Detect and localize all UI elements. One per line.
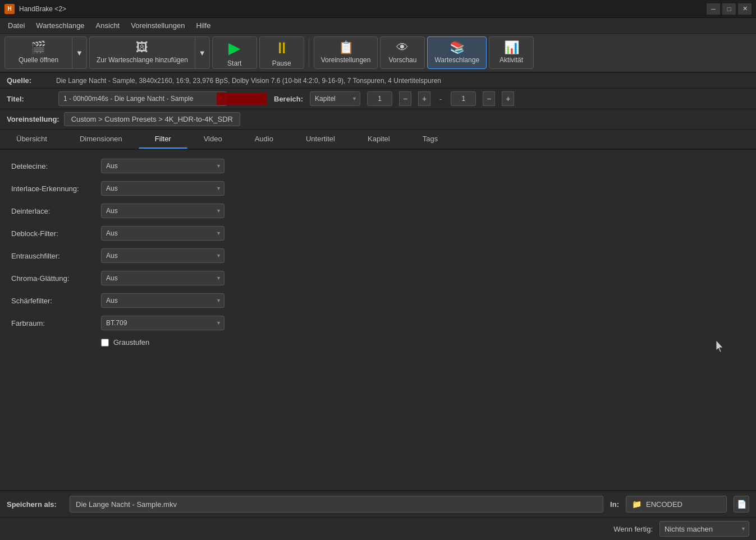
wenn-select[interactable]: Nichts machen Herunterfahren Ruhezustand…	[659, 521, 749, 537]
tab-tags[interactable]: Tags	[406, 130, 454, 149]
schaerfe-label: Schärfefilter:	[11, 297, 101, 305]
entrausch-select-wrap: Aus	[101, 248, 224, 263]
titlebar: H HandBrake <2> ─ □ ✕	[0, 0, 756, 18]
tab-audio[interactable]: Audio	[239, 130, 290, 149]
image-plus-icon: 🖼	[136, 41, 148, 54]
tab-ubersicht[interactable]: Übersicht	[0, 130, 63, 149]
warteschlange-tab-label: Warteschlange	[434, 56, 479, 64]
chroma-select[interactable]: Aus	[101, 271, 224, 285]
warteschlange-add-button[interactable]: 🖼 Zur Warteschlange hinzufügen	[89, 36, 195, 69]
chapter-from-plus[interactable]: +	[418, 91, 430, 106]
vorschau-button[interactable]: 👁 Vorschau	[380, 36, 425, 69]
graustufen-checkbox[interactable]	[101, 339, 109, 347]
aktivitaet-label: Aktivität	[500, 56, 523, 64]
content-area: Detelecine: Aus Interlace-Erkennung: Aus…	[0, 150, 756, 356]
menu-voreinstellungen[interactable]: Voreinstellungen	[125, 19, 190, 32]
pause-icon: ⏸	[274, 39, 290, 57]
voreinstellungen-label: Voreinstellungen	[321, 56, 371, 64]
bereich-select-wrap: Kapitel	[310, 91, 360, 106]
voreinstellungen-button[interactable]: 📋 Voreinstellungen	[314, 36, 378, 69]
chapter-to-input[interactable]	[451, 91, 476, 106]
chapter-to-minus[interactable]: −	[483, 91, 495, 106]
pause-button[interactable]: ⏸ Pause	[259, 36, 304, 69]
film-icon: 🎬	[31, 41, 46, 54]
schaerfe-select[interactable]: Aus	[101, 293, 224, 308]
in-folder-display: 📁 ENCODED	[626, 496, 727, 513]
chapter-from-input[interactable]	[367, 91, 392, 106]
source-value: Die Lange Nacht - Sample, 3840x2160, 16:…	[56, 77, 441, 85]
deblock-select[interactable]: Aus	[101, 226, 224, 241]
warteschlange-add-group: 🖼 Zur Warteschlange hinzufügen ▼	[89, 36, 210, 69]
start-button[interactable]: ▶ Start	[212, 36, 257, 69]
window-controls: ─ □ ✕	[707, 3, 752, 15]
aktivitaet-button[interactable]: 📊 Aktivität	[489, 36, 534, 69]
farbraum-select-wrap: BT.709 BT.2020 Standard	[101, 316, 224, 330]
quelle-arrow[interactable]: ▼	[72, 36, 87, 69]
in-folder-name: ENCODED	[646, 500, 682, 509]
graustufen-label[interactable]: Graustufen	[113, 338, 149, 347]
bottom-bar: Speichern als: In: 📁 ENCODED 📄 Wenn fert…	[0, 490, 756, 540]
chroma-label: Chroma-Glättung:	[11, 274, 101, 283]
browse-button[interactable]: 📄	[734, 496, 749, 513]
eye-icon: 👁	[396, 41, 409, 54]
deinterlace-select[interactable]: Aus	[101, 204, 224, 218]
quelle-button[interactable]: 🎬 Quelle öffnen	[4, 36, 72, 69]
save-input[interactable]	[70, 496, 603, 513]
bereich-label: Bereich:	[274, 95, 303, 103]
save-label: Speichern als:	[7, 500, 63, 509]
tab-kapitel[interactable]: Kapitel	[351, 130, 406, 149]
source-bar: Quelle: Die Lange Nacht - Sample, 3840x2…	[0, 73, 756, 89]
tab-dimensionen[interactable]: Dimensionen	[63, 130, 139, 149]
schaerfe-row: Schärfefilter: Aus	[11, 293, 745, 308]
warteschlange-add-arrow[interactable]: ▼	[195, 36, 210, 69]
detelecine-select[interactable]: Aus	[101, 159, 224, 173]
vorschau-label: Vorschau	[388, 56, 416, 64]
tab-video[interactable]: Video	[187, 130, 239, 149]
schaerfe-select-wrap: Aus	[101, 293, 224, 308]
chapter-from-minus[interactable]: −	[399, 91, 411, 106]
minimize-button[interactable]: ─	[707, 3, 720, 15]
chapter-dash: -	[439, 95, 442, 103]
source-label: Quelle:	[7, 76, 52, 85]
deinterlace-label: Deinterlace:	[11, 207, 101, 215]
interlace-select-wrap: Aus	[101, 181, 224, 196]
interlace-select[interactable]: Aus	[101, 181, 224, 196]
tabs-bar: Übersicht Dimensionen Filter Video Audio…	[0, 130, 756, 150]
folder-icon: 📁	[632, 500, 642, 509]
title-select[interactable]: 1 - 00h00m46s - Die Lange Nacht - Sample	[58, 91, 227, 106]
menu-hilfe[interactable]: Hilfe	[190, 19, 216, 32]
chroma-row: Chroma-Glättung: Aus	[11, 271, 745, 285]
menu-ansicht[interactable]: Ansicht	[90, 19, 126, 32]
chapter-to-plus[interactable]: +	[502, 91, 514, 106]
interlace-row: Interlace-Erkennung: Aus	[11, 181, 745, 196]
entrausch-row: Entrauschfilter: Aus	[11, 248, 745, 263]
close-button[interactable]: ✕	[738, 3, 752, 15]
deblock-row: Deblock-Filter: Aus	[11, 226, 745, 241]
quelle-label: Quelle öffnen	[19, 56, 58, 64]
preset-path[interactable]: Custom > Custom Presets > 4K_HDR-to-4K_S…	[64, 112, 240, 126]
title-select-wrap: 1 - 00h00m46s - Die Lange Nacht - Sample	[58, 91, 227, 106]
graustufen-row: Graustufen	[101, 338, 745, 347]
quelle-group: 🎬 Quelle öffnen ▼	[4, 36, 87, 69]
menu-warteschlange[interactable]: Warteschlange	[30, 19, 90, 32]
play-icon: ▶	[228, 39, 241, 57]
toolbar: 🎬 Quelle öffnen ▼ 🖼 Zur Warteschlange hi…	[0, 34, 756, 73]
farbraum-row: Farbraum: BT.709 BT.2020 Standard	[11, 316, 745, 330]
wenn-label: Wenn fertig:	[613, 525, 653, 533]
detelecine-label: Detelecine:	[11, 162, 101, 170]
save-row: Speichern als: In: 📁 ENCODED 📄	[0, 491, 756, 518]
entrausch-select[interactable]: Aus	[101, 248, 224, 263]
toolbar-separator	[309, 39, 309, 67]
queue-icon: 📚	[450, 41, 465, 54]
wenn-row: Wenn fertig: Nichts machen Herunterfahre…	[0, 518, 756, 540]
bereich-select[interactable]: Kapitel	[310, 91, 360, 106]
maximize-button[interactable]: □	[722, 3, 736, 15]
app-icon: H	[4, 4, 15, 14]
farbraum-select[interactable]: BT.709 BT.2020 Standard	[101, 316, 224, 330]
preset-label: Voreinstellung:	[7, 115, 59, 123]
menu-datei[interactable]: Datei	[2, 19, 30, 32]
tab-untertitel[interactable]: Untertitel	[290, 130, 351, 149]
tab-filter[interactable]: Filter	[139, 130, 187, 149]
warteschlange-add-label: Zur Warteschlange hinzufügen	[97, 56, 188, 64]
warteschlange-tab-button[interactable]: 📚 Warteschlange	[427, 36, 487, 69]
